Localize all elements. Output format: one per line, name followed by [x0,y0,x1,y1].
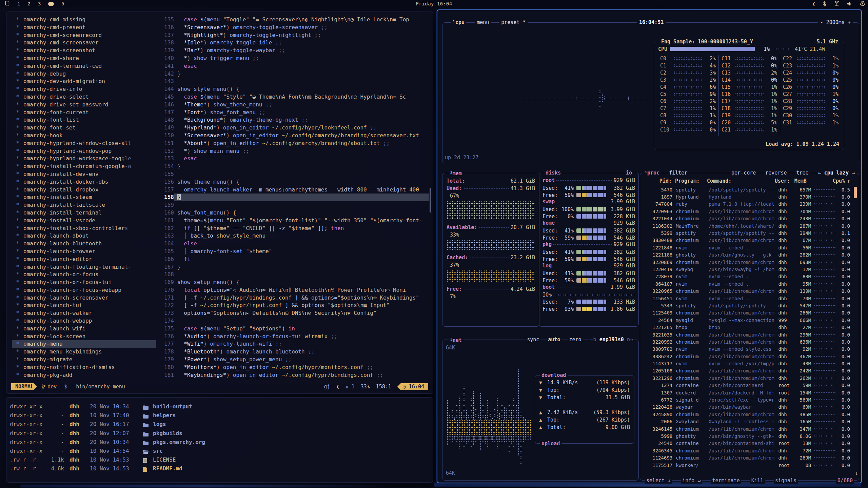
net-title[interactable]: net [453,337,462,343]
file-tree-item[interactable]: *omarchy-drive-info [12,85,156,93]
file-tree-item[interactable]: *omarchy-cmd-terminal-cwd [12,62,156,70]
file-tree-item[interactable]: *omarchy-notification-dismiss [12,364,156,371]
file-tree-item[interactable]: *omarchy-cmd-screenrecord [12,32,156,39]
proc-filter-button[interactable]: filter [668,170,689,176]
process-row[interactable]: 3809782nvimnvim --embed style.cssdhh92M0… [644,346,850,353]
process-row[interactable]: 1897HyprlandHyprlanddhh370M0.0 [644,193,850,200]
process-row[interactable]: 747804rubypuma 7.1.0 (tcp://localdhh239M… [644,201,850,208]
process-row[interactable]: 24540containe/usr/bin/containerd-shiroot… [644,440,850,447]
code-pane[interactable]: case $(menu "Toggle" "▭ Screensaver\n◐ N… [177,16,430,379]
proc-action-kill[interactable]: Kill [750,477,765,484]
file-tree-item[interactable]: *omarchy-font-current [12,109,156,117]
process-row[interactable]: 864107nvimnvim --embed .dhh95M0.0 [644,280,850,287]
file-tree-item[interactable]: *omarchy-menu-keybindings [12,348,156,356]
proc-title[interactable]: ⁴proc [643,170,661,176]
mem-title[interactable]: mem [453,170,462,177]
bluetooth-icon[interactable] [823,1,827,6]
file-tree-item[interactable]: *omarchy-pkg-add [12,371,156,379]
process-row[interactable]: 3220869chromium/usr/lib/chromium/chromdh… [644,259,850,266]
tab-cpu[interactable]: ¹cpu [451,19,466,25]
file-tree-item[interactable]: *omarchy-hyprland-window-close-all [12,140,156,147]
process-row[interactable]: 3221035chromium/usr/lib/chromium/chromdh… [644,331,850,338]
file-tree-item[interactable]: *omarchy-cmd-screensaver [12,39,156,47]
file-tree-item[interactable]: *omarchy-menu [12,340,156,348]
file-tree-item[interactable]: *omarchy-launch-bluetooth [12,240,156,248]
col-mem[interactable]: MemB [790,178,807,185]
file-tree-item[interactable]: *omarchy-launch-wifi [12,325,156,333]
file-tree-item[interactable]: *omarchy-font-list [12,116,156,124]
process-row[interactable]: 1221265btopbtopdhh27M0.0 [644,324,850,331]
file-tree-item[interactable]: *omarchy-launch-browser [12,248,156,256]
file-tree-item[interactable]: *omarchy-drive-set-password [12,101,156,109]
file-tree-item[interactable]: *omarchy-debug [12,70,156,78]
proc-action-signals[interactable]: signals [774,477,798,484]
file-tree-item[interactable]: *omarchy-hook [12,132,156,140]
shell-prompt[interactable]: omarchy-pkgs master ❯ [10,477,65,486]
file-tree-item[interactable]: *omarchy-cmd-screenshot [12,47,156,55]
file-tree-item[interactable]: *omarchy-cmd-present [12,24,156,32]
col-user[interactable]: User: [775,178,790,185]
network-icon[interactable] [834,1,840,6]
file-tree-item[interactable]: *omarchy-launch-or-focus-webapp [12,286,156,294]
chip-icon[interactable] [860,1,865,6]
proc-percore-button[interactable]: per-core [730,170,757,176]
file-tree-item[interactable]: *omarchy-install-steam [12,194,156,201]
proc-action-select[interactable]: select ↓ [645,477,672,484]
file-tree-item[interactable]: *omarchy-font-set [12,124,156,132]
file-tree-item[interactable]: *omarchy-install-vscode [12,217,156,225]
file-tree-item[interactable]: *omarchy-cmd-missing [12,16,156,24]
process-row[interactable]: 3220992chromium/usr/lib/chromium/chromdh… [644,338,850,345]
io-tab[interactable]: io [624,170,634,176]
process-row[interactable]: 3245890chromium/usr/lib/chromium/chromdh… [644,411,850,418]
proc-tree-button[interactable]: tree [795,170,810,176]
file-tree-item[interactable]: *omarchy-lock-screen [12,333,156,341]
process-row[interactable]: 1143717nvimnvim --embed /var/tmp/pdhh43M… [644,360,850,367]
file-tree-item[interactable]: *omarchy-install-xbox-controllers [12,225,156,232]
process-row[interactable]: 1125409chromium/usr/lib/chromium/chromdh… [644,309,850,317]
file-tree-item[interactable]: *omarchy-launch-or-focus-tui [12,279,156,286]
process-row[interactable]: 3220965chromium/usr/lib/chromium/chromdh… [644,287,850,294]
process-row[interactable]: 5470spotify/opt/spotify/spotify --dhh657… [644,186,850,193]
file-tree-item[interactable]: *omarchy-launch-screensaver [12,294,156,302]
proc-action-info[interactable]: info ↵ [681,477,702,484]
scroll-down-icon[interactable]: ↓ [855,470,858,476]
file-tree-item[interactable]: *omarchy-launch-walker [12,309,156,317]
proc-action-terminate[interactable]: terminate [711,477,741,484]
col-command[interactable]: Command: [707,178,775,185]
process-row[interactable]: 3830408chromium/usr/lib/chromium/chromdh… [644,237,850,244]
net-auto-button[interactable]: auto [547,337,561,343]
process-row[interactable]: 3221296chromium/usr/lib/chromium/chromdh… [644,374,850,382]
file-tree-item[interactable]: *omarchy-install-docker-dbs [12,178,156,186]
file-tree-item[interactable]: *omarchy-launch-webapp [12,317,156,325]
refresh-interval[interactable]: - 2000ms + [818,19,853,25]
file-tree-item[interactable]: *omarchy-install-dropbox [12,186,156,194]
process-row[interactable]: 3220963chromium/usr/lib/chromium/chromdh… [644,208,850,215]
chevron-left-icon[interactable]: ❮ [812,1,815,7]
disks-title[interactable]: disks [544,170,563,176]
volume-icon[interactable] [847,1,853,6]
file-tree-item[interactable]: *omarchy-launch-tui [12,302,156,309]
file-tree-item[interactable]: *omarchy-hyprland-workspace-toggle [12,155,156,163]
process-row[interactable]: 3221044chromium/usr/lib/chromium/chromdh… [644,215,850,222]
proc-sort-selector[interactable]: ← cpu lazy → [817,170,856,176]
process-row[interactable]: 1124693chromium/usr/lib/chromium/chromdh… [644,454,850,461]
btop-preset-button[interactable]: preset * [499,19,527,25]
col-program[interactable]: Program: [675,178,707,185]
process-row[interactable]: 1274containe/usr/bin/containerdroot59M0.… [644,382,850,389]
net-sync-button[interactable]: sync [526,337,540,343]
net-interface[interactable]: ←b enp191s0 n→ [589,337,634,343]
process-row[interactable]: 1205108chromium/usr/lib/chromium/chromdh… [644,367,850,374]
proc-reverse-button[interactable]: reverse [764,170,788,176]
file-tree-item[interactable]: *omarchy-launch-or-focus [12,271,156,279]
col-pid[interactable]: Pid: [644,178,672,185]
process-row[interactable]: 5998ghostty/usr/bin/ghostty --gtk-dhh8.0… [644,432,850,440]
process-row[interactable]: 1220419swaybg/usr/bin/swaybg -i /homdhh1… [644,266,850,273]
process-row[interactable]: 1186302MainThre/home/dhh/.local/share/dh… [644,222,850,229]
editor-scrollbar[interactable] [430,188,431,212]
process-row[interactable]: 24564mysqldmysqld --max-connection999666… [644,317,850,324]
process-row[interactable]: 1221848nvimnvim --embed .dhh56M0.0 [644,244,850,251]
file-tree-item[interactable]: *omarchy-install-tailscale [12,201,156,209]
file-tree-item[interactable]: *omarchy-launch-about [12,232,156,240]
net-zero-button[interactable]: zero [568,337,583,343]
process-row[interactable]: 5343spotify/opt/spotify/spotifydhh547M0.… [644,302,850,309]
